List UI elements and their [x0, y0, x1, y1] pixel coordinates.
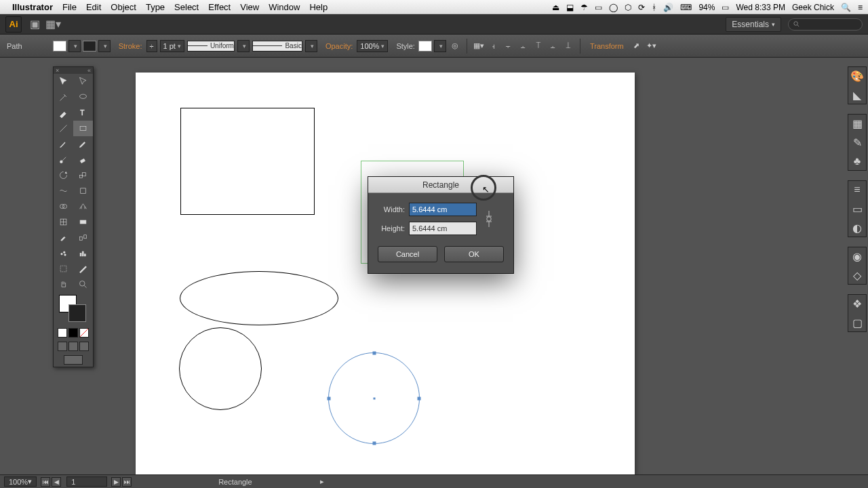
prev-artboard-icon[interactable]: ◀ — [52, 477, 61, 487]
status-dropdown-icon[interactable]: ▸ — [320, 477, 324, 486]
fill-stroke-selector[interactable] — [54, 292, 93, 326]
sync-icon[interactable]: ⟳ — [638, 3, 645, 12]
bluetooth-icon[interactable]: ᚼ — [652, 3, 656, 12]
recolor-icon[interactable]: ◎ — [448, 39, 462, 53]
menu-edit[interactable]: Edit — [86, 2, 101, 12]
direct-selection-tool[interactable] — [73, 74, 93, 89]
opacity-field[interactable]: 100%▾ — [357, 40, 388, 52]
stroke-swatch[interactable] — [83, 41, 96, 52]
column-graph-tool[interactable] — [73, 245, 93, 261]
wifi-icon[interactable]: ⬡ — [625, 3, 631, 12]
app-name[interactable]: Illustrator — [12, 2, 53, 12]
search-box[interactable] — [788, 18, 863, 30]
display-icon[interactable]: ▭ — [595, 3, 602, 12]
eject-icon[interactable]: ⏏ — [552, 3, 559, 12]
gradient-panel-icon[interactable]: ▭ — [851, 203, 863, 215]
graphic-style-swatch[interactable] — [418, 41, 432, 52]
rectangle-shape-1[interactable] — [180, 108, 315, 215]
screen-mode-icon[interactable] — [64, 355, 83, 365]
tools-panel-header[interactable]: ×« — [54, 67, 93, 74]
circle-shape-selected[interactable] — [328, 352, 420, 444]
stroke-weight-field[interactable]: 1 pt▾ — [160, 40, 184, 52]
blend-tool[interactable] — [73, 230, 93, 245]
shape-builder-tool[interactable] — [54, 199, 73, 214]
ellipse-shape[interactable] — [180, 271, 338, 325]
isolate-icon[interactable]: ⬈ — [630, 39, 644, 53]
eyedropper-tool[interactable] — [54, 230, 73, 245]
rectangle-tool[interactable] — [73, 121, 93, 136]
hand-tool[interactable] — [54, 277, 73, 292]
align-right-icon[interactable]: ⫠ — [517, 39, 530, 53]
last-artboard-icon[interactable]: ⏭ — [122, 477, 132, 487]
menu-file[interactable]: File — [62, 2, 77, 12]
blob-brush-tool[interactable] — [54, 152, 73, 167]
scale-tool[interactable] — [73, 167, 93, 183]
align-bottom-icon[interactable]: ⟘ — [561, 39, 575, 53]
slice-tool[interactable] — [73, 261, 93, 277]
gradient-tool[interactable] — [73, 214, 93, 230]
menu-effect[interactable]: Effect — [208, 2, 231, 12]
workspace-switcher[interactable]: Essentials ▾ — [726, 17, 781, 32]
fill-dropdown[interactable]: ▾ — [68, 40, 81, 52]
color-panel-icon[interactable]: 🎨 — [851, 70, 863, 82]
height-field[interactable] — [409, 222, 477, 235]
collapse-icon[interactable]: « — [87, 67, 91, 74]
battery-percent[interactable]: 94% — [698, 3, 715, 12]
style-dropdown[interactable]: ▾ — [434, 40, 446, 52]
symbol-sprayer-tool[interactable] — [54, 245, 73, 261]
lasso-tool[interactable] — [73, 89, 93, 105]
menu-help[interactable]: Help — [309, 2, 328, 12]
brush-dropdown[interactable]: ▾ — [305, 40, 317, 52]
artboard-number-field[interactable]: 1 — [66, 476, 107, 487]
shape-mode-icon[interactable]: ✦▾ — [645, 39, 658, 53]
pen-tool[interactable] — [54, 105, 73, 121]
stroke-color-swatch[interactable] — [68, 304, 86, 322]
align-dropdown-icon[interactable]: ▦▾ — [472, 39, 486, 53]
rotate-tool[interactable] — [54, 167, 73, 183]
free-transform-tool[interactable] — [73, 183, 93, 199]
notifications-icon[interactable]: ≡ — [858, 3, 863, 12]
color-mode-icon[interactable] — [58, 328, 67, 338]
menu-window[interactable]: Window — [269, 2, 300, 12]
menu-select[interactable]: Select — [174, 2, 199, 12]
draw-inside-icon[interactable] — [79, 342, 89, 351]
stroke-panel-icon[interactable]: ≡ — [851, 184, 863, 196]
brush-definition[interactable]: Basic — [252, 41, 302, 52]
spotlight-icon[interactable]: 🔍 — [841, 3, 851, 12]
artboard-tool[interactable] — [54, 261, 73, 277]
appearance-panel-icon[interactable]: ◉ — [851, 250, 863, 262]
opacity-label[interactable]: Opacity: — [326, 42, 353, 50]
pencil-tool[interactable] — [73, 136, 93, 152]
align-left-icon[interactable]: ⫞ — [487, 39, 500, 53]
width-tool[interactable] — [54, 183, 73, 199]
mesh-tool[interactable] — [54, 214, 73, 230]
umbrella-icon[interactable]: ☂ — [580, 3, 588, 12]
input-icon[interactable]: ⌨ — [680, 3, 692, 12]
dropbox-icon[interactable]: ⬓ — [566, 3, 574, 12]
paintbrush-tool[interactable] — [54, 136, 73, 152]
variable-width-profile[interactable]: Uniform — [187, 41, 235, 52]
artboards-panel-icon[interactable]: ▢ — [851, 317, 863, 329]
menu-object[interactable]: Object — [111, 2, 136, 12]
align-center-v-icon[interactable]: ⫠ — [547, 39, 560, 53]
cloud-icon[interactable]: ◯ — [609, 3, 618, 12]
swatches-panel-icon[interactable]: ▦ — [851, 117, 863, 129]
type-tool[interactable]: T — [73, 105, 93, 121]
zoom-tool[interactable] — [73, 277, 93, 292]
transparency-panel-icon[interactable]: ◐ — [851, 222, 863, 234]
menu-type[interactable]: Type — [146, 2, 165, 12]
gradient-mode-icon[interactable] — [68, 328, 78, 338]
graphic-styles-panel-icon[interactable]: ◇ — [851, 269, 863, 281]
next-artboard-icon[interactable]: ▶ — [111, 477, 121, 487]
profile-dropdown[interactable]: ▾ — [237, 40, 250, 52]
ok-button[interactable]: OK — [444, 246, 504, 262]
eraser-tool[interactable] — [73, 152, 93, 167]
zoom-field[interactable]: 100% ▾ — [4, 476, 37, 487]
artboard[interactable] — [136, 73, 635, 476]
stroke-dropdown[interactable]: ▾ — [98, 40, 111, 52]
fill-swatch[interactable] — [53, 41, 66, 52]
circle-shape-1[interactable] — [179, 327, 262, 410]
stroke-label[interactable]: Stroke: — [119, 42, 142, 50]
selection-tool[interactable] — [54, 74, 73, 89]
symbols-panel-icon[interactable]: ♣ — [851, 155, 863, 167]
